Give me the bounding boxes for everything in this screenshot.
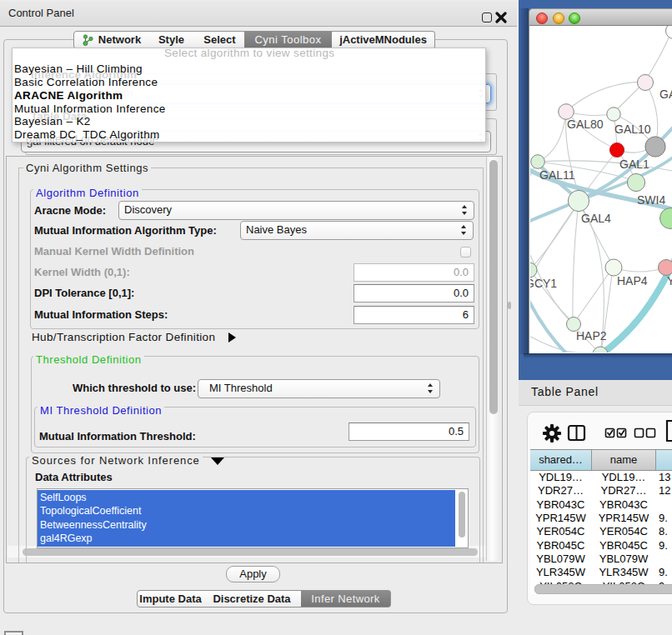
svg-text:GAL4: GAL4 xyxy=(581,212,611,225)
svg-text:HAP4: HAP4 xyxy=(617,274,648,288)
svg-text:GCY1: GCY1 xyxy=(530,277,557,290)
svg-text:GAL11: GAL11 xyxy=(539,168,575,182)
svg-text:SWI4: SWI4 xyxy=(637,193,665,207)
svg-text:GAL2: GAL2 xyxy=(659,88,672,101)
svg-text:GAL80: GAL80 xyxy=(567,118,604,131)
svg-text:HAP2: HAP2 xyxy=(576,329,607,342)
svg-text:GAL1: GAL1 xyxy=(619,158,649,171)
svg-text:GAL10: GAL10 xyxy=(614,122,651,136)
svg-text:YJ: YJ xyxy=(667,274,672,288)
